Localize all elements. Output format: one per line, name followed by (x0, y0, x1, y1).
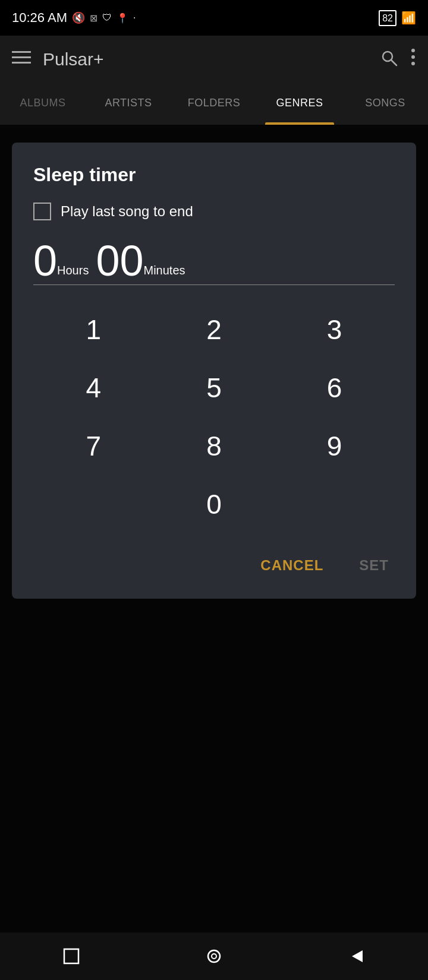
menu-icon[interactable] (12, 48, 31, 71)
numpad-key-4[interactable]: 4 (40, 361, 147, 415)
cancel-button[interactable]: CANCEL (254, 549, 329, 582)
numpad-key-2[interactable]: 2 (160, 303, 268, 356)
tab-genres[interactable]: GENRES (257, 83, 342, 125)
mute-icon: 🔇 (72, 11, 85, 24)
tab-bar: ALBUMS ARTISTS FOLDERS GENRES SONGS (0, 83, 428, 125)
tab-folders-label: FOLDERS (188, 97, 241, 109)
tab-artists-label: ARTISTS (105, 97, 152, 109)
set-button[interactable]: SET (353, 549, 395, 582)
battery-level: 82 (382, 13, 393, 23)
numpad-row-2: 4 5 6 (33, 361, 395, 415)
wifi-icon: 📶 (401, 11, 416, 25)
dot-icon: · (133, 12, 136, 23)
play-last-song-label: Play last song to end (61, 203, 193, 220)
tab-songs[interactable]: SONGS (342, 83, 428, 125)
time-display: 10:26 AM (12, 10, 67, 26)
nav-back-button[interactable] (339, 938, 374, 974)
svg-line-4 (391, 60, 396, 65)
time-underline (33, 284, 395, 285)
more-icon[interactable] (410, 48, 416, 71)
minutes-value: 00 (96, 239, 143, 282)
battery-icon: 82 (379, 10, 396, 26)
nav-home-button[interactable] (196, 938, 232, 974)
tab-songs-label: SONGS (365, 97, 405, 109)
numpad-key-1[interactable]: 1 (40, 303, 147, 356)
svg-rect-1 (12, 56, 31, 58)
numpad-row-1: 1 2 3 (33, 303, 395, 356)
status-bar: 10:26 AM 🔇 ⊠ 🛡 📍 · 82 📶 (0, 0, 428, 36)
numpad-key-6[interactable]: 6 (281, 361, 388, 415)
minutes-label: Minutes (144, 264, 185, 277)
dialog-title: Sleep timer (33, 164, 395, 186)
time-display-row: 0 Hours 00 Minutes (33, 239, 395, 282)
numpad-key-5[interactable]: 5 (160, 361, 268, 415)
location-icon: 📍 (117, 12, 128, 24)
sleep-timer-dialog: Sleep timer Play last song to end 0 Hour… (12, 143, 416, 599)
numpad-key-8[interactable]: 8 (160, 419, 268, 473)
numpad-key-7[interactable]: 7 (40, 419, 147, 473)
dialog-buttons: CANCEL SET (33, 543, 395, 582)
svg-point-5 (411, 49, 415, 52)
sync-icon: ⊠ (90, 12, 97, 24)
app-title: Pulsar+ (43, 49, 367, 69)
svg-rect-0 (12, 51, 31, 53)
tab-artists[interactable]: ARTISTS (86, 83, 171, 125)
app-bar: Pulsar+ (0, 36, 428, 83)
numpad-row-3: 7 8 9 (33, 419, 395, 473)
search-icon[interactable] (379, 48, 398, 71)
svg-rect-8 (64, 949, 78, 963)
numpad-key-0[interactable]: 0 (160, 478, 268, 531)
numpad: 1 2 3 4 5 6 (33, 303, 395, 531)
tab-folders[interactable]: FOLDERS (171, 83, 257, 125)
numpad-key-9[interactable]: 9 (281, 419, 388, 473)
nav-square-button[interactable] (54, 938, 89, 974)
nav-bar (0, 932, 428, 980)
shield-icon: 🛡 (102, 12, 112, 23)
hours-value: 0 (33, 239, 57, 282)
status-time: 10:26 AM 🔇 ⊠ 🛡 📍 · (12, 10, 136, 26)
main-content: Sleep timer Play last song to end 0 Hour… (0, 125, 428, 932)
tab-albums-label: ALBUMS (20, 97, 65, 109)
hours-label: Hours (57, 264, 89, 277)
status-right-icons: 82 📶 (379, 10, 416, 26)
svg-rect-2 (12, 62, 31, 64)
svg-marker-11 (352, 950, 363, 962)
svg-point-7 (411, 62, 415, 65)
svg-point-9 (208, 950, 220, 962)
numpad-row-4: 0 (33, 478, 395, 531)
play-last-song-row: Play last song to end (33, 203, 395, 220)
svg-point-10 (212, 954, 216, 959)
numpad-key-3[interactable]: 3 (281, 303, 388, 356)
dialog-overlay: Sleep timer Play last song to end 0 Hour… (0, 125, 428, 932)
play-last-song-checkbox[interactable] (33, 203, 51, 220)
tab-genres-label: GENRES (276, 97, 323, 109)
tab-albums[interactable]: ALBUMS (0, 83, 86, 125)
svg-point-6 (411, 55, 415, 59)
